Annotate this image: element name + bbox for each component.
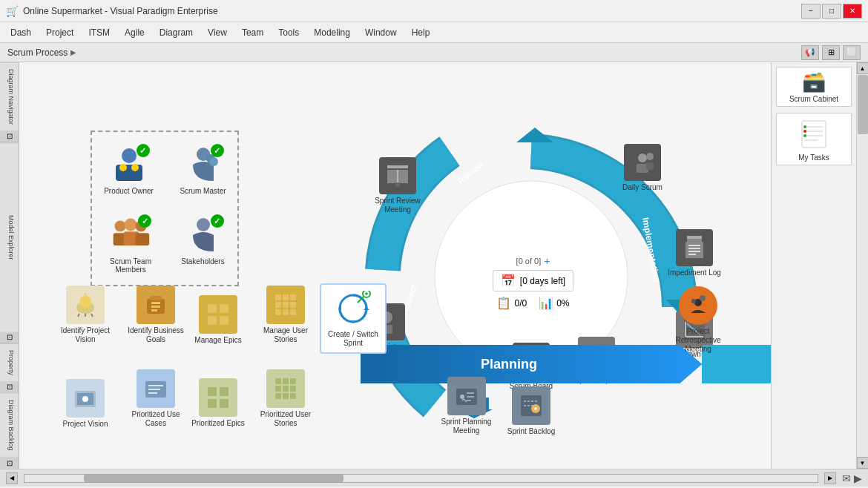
scroll-down-button[interactable]: ▼ xyxy=(857,457,869,469)
identify-vision-item[interactable]: Identify Project Vision xyxy=(55,286,116,344)
scrum-team-item[interactable]: ✓ Scrum Team Members xyxy=(101,214,160,274)
prioritized-usecases-item[interactable]: Prioritized Use Cases xyxy=(125,369,186,428)
sprint-planning-item[interactable]: Sprint Planning Meeting xyxy=(435,377,498,435)
svg-rect-75 xyxy=(283,294,289,300)
sprint-planning-svg xyxy=(453,383,480,409)
cycle-counter-text: [0 of 0] xyxy=(516,257,542,266)
svg-rect-106 xyxy=(283,378,289,384)
menu-diagram[interactable]: Diagram xyxy=(152,24,200,41)
breadcrumb-icon-3[interactable]: ⬜ xyxy=(843,45,861,60)
menu-team[interactable]: Team xyxy=(234,24,271,41)
manage-epics-item[interactable]: Manage Epics xyxy=(191,295,245,344)
sprint-backlog-item[interactable]: Sprint Backlog xyxy=(502,386,561,435)
business-goals-item[interactable]: Identify Business Goals xyxy=(125,286,186,344)
menu-tools[interactable]: Tools xyxy=(271,24,306,41)
svg-point-9 xyxy=(131,164,139,171)
svg-point-14 xyxy=(125,219,137,231)
manage-stories-item[interactable]: Manage User Stories xyxy=(255,286,316,344)
right-scrollbar: ▲ ▼ xyxy=(856,62,868,469)
svg-rect-107 xyxy=(290,378,296,384)
svg-rect-20 xyxy=(387,165,408,168)
sidebar-icon-2[interactable]: ⊡ xyxy=(0,332,19,343)
product-owner-label: Product Owner xyxy=(104,187,154,195)
progress-value: 0% xyxy=(556,298,569,309)
progress-stat: 📊 0% xyxy=(539,296,569,310)
menu-bar: Dash Project ITSM Agile Diagram View Tea… xyxy=(0,22,868,43)
svg-rect-109 xyxy=(283,386,289,392)
sprint-review-label: Sprint Review Meeting xyxy=(368,197,427,214)
project-retro-item[interactable]: Project Retrospective Meeting xyxy=(665,286,731,354)
sidebar-diagram-navigator[interactable]: Diagram Navigator xyxy=(0,62,19,131)
my-tasks-panel[interactable]: My Tasks xyxy=(776,113,852,165)
prioritized-stories-item[interactable]: Prioritized User Stories xyxy=(255,369,316,428)
menu-window[interactable]: Window xyxy=(358,24,404,41)
scrum-cabinet-panel[interactable]: 🗃️ Scrum Cabinet xyxy=(776,67,852,107)
sidebar-diagram-backlog[interactable]: Diagram Backlog xyxy=(0,393,19,457)
svg-rect-67 xyxy=(151,302,160,304)
days-left-box: 📅 [0 days left] xyxy=(493,270,573,291)
svg-rect-69 xyxy=(151,309,157,311)
menu-view[interactable]: View xyxy=(200,24,234,41)
minimize-button[interactable]: − xyxy=(801,4,821,19)
menu-itsm[interactable]: ITSM xyxy=(81,24,117,41)
daily-scrum-item[interactable]: Daily Scrum xyxy=(613,144,672,191)
maximize-button[interactable]: □ xyxy=(822,4,841,19)
svg-rect-70 xyxy=(208,304,217,313)
scroll-thumb[interactable] xyxy=(858,75,868,134)
sidebar-property[interactable]: Property xyxy=(0,343,19,381)
stakeholders-item[interactable]: ✓ Stakeholders xyxy=(175,214,231,266)
svg-rect-110 xyxy=(290,386,296,392)
window-title: Online Supermarket - Visual Paradigm Ent… xyxy=(23,6,801,16)
product-owner-item[interactable]: ✓ Product Owner xyxy=(101,144,157,195)
prioritized-epics-svg xyxy=(205,384,231,411)
sprint-review-item[interactable]: Sprint Review Meeting xyxy=(368,157,427,214)
add-sprint-icon[interactable]: + xyxy=(544,255,550,267)
sidebar-model-explorer[interactable]: Model Explorer xyxy=(0,142,19,332)
mail-icon[interactable]: ✉ xyxy=(842,472,851,484)
horizontal-scroll-thumb[interactable] xyxy=(84,475,343,482)
svg-rect-104 xyxy=(220,399,228,408)
create-sprint-item[interactable]: Create / Switch Sprint xyxy=(320,283,387,354)
sidebar-icon-4[interactable]: ⊡ xyxy=(0,457,19,469)
breadcrumb-bar: Scrum Process ▶ 📢 ⊞ ⬜ xyxy=(0,43,868,62)
svg-rect-76 xyxy=(290,294,296,300)
breadcrumb-icon-2[interactable]: ⊞ xyxy=(822,45,840,60)
scroll-right-button[interactable]: ▶ xyxy=(824,472,836,484)
menu-modeling[interactable]: Modeling xyxy=(306,24,358,41)
business-goals-svg xyxy=(142,291,169,318)
prioritized-epics-label: Prioritized Epics xyxy=(191,419,245,428)
close-button[interactable]: ✕ xyxy=(843,4,862,19)
arrow-right-icon[interactable]: ▶ xyxy=(854,472,862,484)
project-vision-item[interactable]: Project Vision xyxy=(55,379,116,428)
svg-point-23 xyxy=(395,182,400,187)
my-tasks-svg xyxy=(798,118,830,151)
sidebar-icon-1[interactable]: ⊡ xyxy=(0,131,19,142)
create-sprint-svg xyxy=(335,291,371,326)
svg-point-96 xyxy=(82,396,88,402)
svg-point-6 xyxy=(122,148,137,163)
impediment-log-item[interactable]: Impediment Log xyxy=(665,229,724,277)
menu-project[interactable]: Project xyxy=(39,24,81,41)
menu-agile[interactable]: Agile xyxy=(117,24,152,41)
project-retro-icon xyxy=(679,286,717,325)
project-vision-label: Project Vision xyxy=(63,420,108,428)
prioritized-epics-item[interactable]: Prioritized Epics xyxy=(191,378,245,428)
svg-line-63 xyxy=(91,314,93,317)
prioritized-usecases-label: Prioritized Use Cases xyxy=(125,410,186,428)
scroll-up-button[interactable]: ▲ xyxy=(857,62,869,74)
sidebar-icon-3[interactable]: ⊡ xyxy=(0,381,19,393)
horizontal-scrollbar[interactable] xyxy=(24,474,818,483)
project-vision-svg xyxy=(72,385,99,412)
menu-help[interactable]: Help xyxy=(404,24,438,41)
svg-rect-112 xyxy=(283,393,289,399)
svg-rect-111 xyxy=(275,393,281,399)
menu-dash[interactable]: Dash xyxy=(3,24,39,41)
scroll-left-button[interactable]: ◀ xyxy=(6,472,18,484)
sprint-backlog-icon xyxy=(512,386,550,425)
scrum-team-check: ✓ xyxy=(138,214,151,228)
scrum-master-item[interactable]: ✓ Scrum Master xyxy=(175,144,231,195)
daily-scrum-label: Daily Scrum xyxy=(622,183,662,191)
progress-icon: 📊 xyxy=(539,296,553,310)
breadcrumb-icon-1[interactable]: 📢 xyxy=(801,45,819,60)
svg-rect-82 xyxy=(290,309,296,315)
